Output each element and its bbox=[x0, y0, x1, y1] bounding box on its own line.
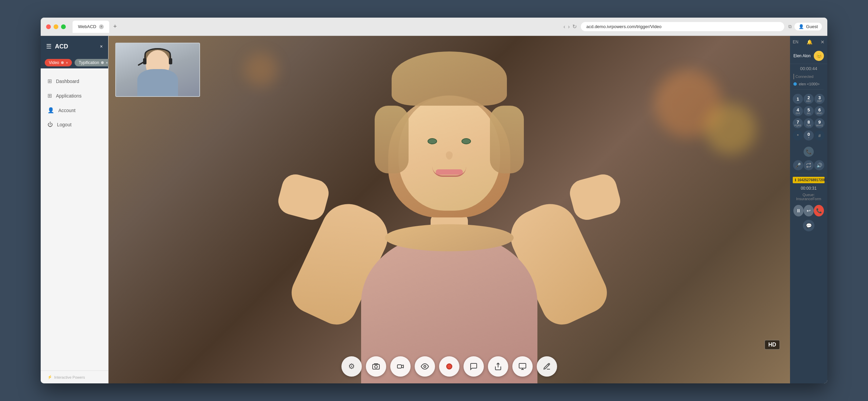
account-icon: 👤 bbox=[47, 107, 54, 113]
video-tab-label: Video bbox=[49, 60, 59, 65]
agent-info: Elen Alon bbox=[793, 54, 811, 58]
browser-tab-webacd[interactable]: WebACD × bbox=[73, 21, 109, 33]
camera-switch-button[interactable] bbox=[366, 356, 386, 377]
sip-status-dot bbox=[793, 82, 797, 86]
tab-close-button[interactable]: × bbox=[99, 24, 104, 29]
transfer-button[interactable] bbox=[804, 160, 814, 170]
svg-point-1 bbox=[375, 365, 377, 368]
tab-bar: WebACD × + bbox=[73, 21, 559, 33]
video-tab-close[interactable]: × bbox=[66, 61, 68, 65]
extensions-icon[interactable]: ⧉ bbox=[788, 24, 792, 29]
avatar-emoji: 😊 bbox=[816, 53, 822, 59]
dial-key-4[interactable]: 4 GHI bbox=[793, 106, 803, 116]
url-text: acd.demo.ivrpowers.com/trigger/Video bbox=[586, 24, 662, 29]
record-button[interactable] bbox=[439, 356, 459, 377]
view-button[interactable] bbox=[415, 356, 435, 377]
record-dot bbox=[446, 363, 452, 370]
sidebar-item-account[interactable]: 👤 Account bbox=[41, 103, 108, 118]
sidebar-item-dashboard[interactable]: ⊞ Dashboard bbox=[41, 74, 108, 88]
dialpad-row-2: 4 GHI 5 JKL 6 MNO bbox=[793, 106, 825, 116]
typification-tab-close[interactable]: × bbox=[106, 61, 108, 65]
forward-button[interactable]: › bbox=[568, 24, 570, 30]
address-bar[interactable]: acd.demo.ivrpowers.com/trigger/Video bbox=[581, 22, 784, 31]
dial-key-5[interactable]: 5 JKL bbox=[804, 106, 814, 116]
footer-icon: ⚡ bbox=[47, 375, 52, 379]
headset-arc bbox=[144, 48, 171, 60]
browser-window: WebACD × + ‹ › ↻ acd.demo.ivrpowers.com/… bbox=[41, 18, 827, 383]
dial-key-8[interactable]: 8 TUV bbox=[804, 118, 814, 128]
guest-label: Guest bbox=[806, 24, 818, 29]
close-window-button[interactable] bbox=[46, 24, 51, 29]
dial-key-6[interactable]: 6 MNO bbox=[814, 106, 825, 116]
hair-left bbox=[375, 106, 409, 173]
lips bbox=[436, 169, 463, 175]
head bbox=[398, 96, 500, 211]
dial-key-7[interactable]: 7 PQRS bbox=[793, 118, 803, 128]
sidebar-item-logout[interactable]: ⏻ Logout bbox=[41, 118, 108, 132]
video-tab-dot bbox=[61, 61, 64, 64]
notification-icon[interactable]: 🔔 bbox=[807, 39, 812, 45]
queue-label: Queue: InsuranceForm bbox=[790, 192, 827, 203]
menu-icon[interactable]: ☰ bbox=[46, 43, 52, 50]
language-badge: EN bbox=[793, 40, 798, 44]
info-icon: ℹ bbox=[795, 178, 796, 182]
share-button[interactable] bbox=[488, 356, 508, 377]
dial-key-hash[interactable]: # bbox=[814, 130, 825, 141]
sidebar-footer: ⚡ Interactive Powers bbox=[41, 371, 108, 383]
phone-number: 16425276891720B7 bbox=[797, 178, 827, 182]
nav-buttons: ‹ › ↻ bbox=[564, 23, 577, 30]
reload-button[interactable]: ↻ bbox=[572, 23, 577, 30]
dial-key-2[interactable]: 2 ABC bbox=[804, 94, 814, 104]
settings-button[interactable]: ⚙ bbox=[341, 356, 362, 377]
applications-icon: ⊞ bbox=[47, 92, 52, 99]
divider-1 bbox=[794, 89, 824, 90]
person-container bbox=[108, 36, 790, 383]
sidebar-nav: ⊞ Dashboard ⊞ Applications 👤 Account ⏻ L… bbox=[41, 68, 108, 371]
panel-close-button[interactable]: ✕ bbox=[821, 39, 825, 45]
return-call-button[interactable]: ↩ bbox=[804, 205, 814, 216]
annotate-button[interactable] bbox=[537, 356, 557, 377]
video-background: HD ⚙ bbox=[108, 36, 790, 383]
connected-line bbox=[793, 74, 794, 79]
svg-rect-2 bbox=[397, 365, 401, 368]
incoming-number-bar: ℹ 16425276891720B7 bbox=[793, 177, 825, 183]
right-panel: EN 🔔 ✕ Elen Alon 😊 00:00:44 Conne bbox=[790, 36, 827, 383]
agent-timer: 00:00:44 bbox=[790, 64, 827, 73]
video-controls: ⚙ bbox=[341, 356, 557, 377]
tab-title: WebACD bbox=[78, 24, 96, 29]
logout-icon: ⏻ bbox=[47, 122, 53, 128]
typification-tab-pill[interactable]: Typification × bbox=[75, 59, 112, 66]
title-bar: WebACD × + ‹ › ↻ acd.demo.ivrpowers.com/… bbox=[41, 18, 827, 36]
end-call-button[interactable]: 📞 bbox=[814, 205, 824, 216]
call-dial-button[interactable]: 📞 bbox=[804, 147, 814, 157]
dial-key-9[interactable]: 9 WXYZ bbox=[814, 118, 825, 128]
dial-key-3[interactable]: 3 DEF bbox=[814, 94, 825, 104]
back-button[interactable]: ‹ bbox=[564, 24, 565, 30]
new-tab-button[interactable]: + bbox=[111, 23, 120, 30]
minimize-window-button[interactable] bbox=[54, 24, 58, 29]
main-content: HD ⚙ bbox=[108, 36, 790, 383]
volume-button[interactable]: 🔊 bbox=[814, 160, 824, 170]
pause-call-button[interactable]: ⏸ bbox=[793, 205, 804, 216]
sidebar-close-button[interactable]: × bbox=[100, 44, 103, 49]
video-tab-pill[interactable]: Video × bbox=[45, 59, 72, 66]
chat-button[interactable] bbox=[463, 356, 484, 377]
typification-tab-dot bbox=[101, 61, 104, 64]
dial-key-0[interactable]: 0 + bbox=[804, 130, 814, 141]
screen-share-button[interactable] bbox=[512, 356, 533, 377]
mute-button[interactable]: 🎤 bbox=[793, 160, 803, 170]
dial-key-star[interactable]: * bbox=[793, 130, 803, 141]
sidebar-item-applications[interactable]: ⊞ Applications bbox=[41, 88, 108, 103]
sidebar-header: ☰ ACD × bbox=[41, 36, 108, 57]
nose bbox=[446, 151, 453, 160]
divider-2 bbox=[794, 174, 824, 174]
left-hand bbox=[275, 171, 332, 223]
maximize-window-button[interactable] bbox=[61, 24, 66, 29]
dial-key-1[interactable]: 1 bbox=[793, 94, 803, 104]
text-chat-button[interactable]: 💬 bbox=[803, 220, 814, 231]
sidebar-item-account-label: Account bbox=[58, 108, 76, 113]
video-camera-button[interactable] bbox=[390, 356, 411, 377]
action-row: 🎤 🔊 bbox=[790, 158, 827, 172]
dialpad-row-4: * 0 + # bbox=[793, 130, 825, 141]
guest-button[interactable]: 👤 Guest bbox=[794, 23, 822, 30]
